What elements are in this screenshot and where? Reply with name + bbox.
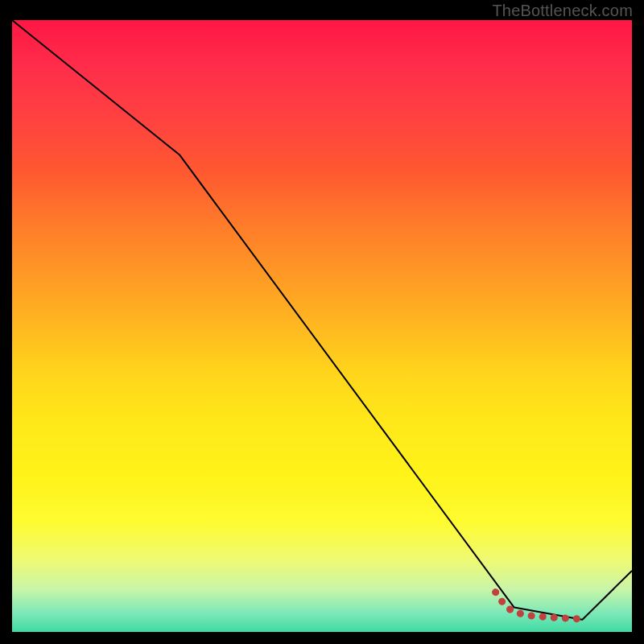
plot-area xyxy=(12,20,632,632)
chart-svg xyxy=(12,20,632,632)
attribution-text: TheBottleneck.com xyxy=(492,2,633,20)
chart-container: TheBottleneck.com xyxy=(0,0,644,644)
series-black-curve xyxy=(12,20,632,620)
series-red-curve xyxy=(496,592,583,619)
